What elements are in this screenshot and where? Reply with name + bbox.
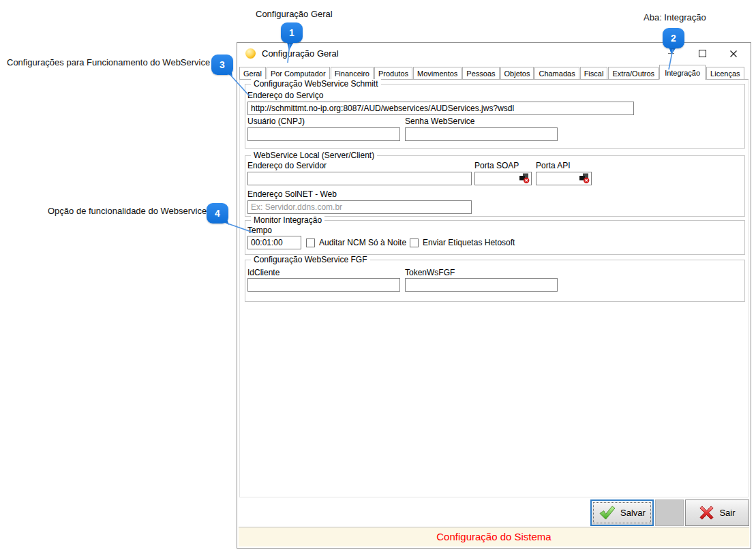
idcliente-input[interactable] bbox=[247, 278, 400, 292]
status-bar: Configuração do Sistema bbox=[239, 527, 749, 547]
tab-content-integracao: Configuração WebService Schmitt Endereço… bbox=[239, 80, 749, 497]
porta-api-label: Porta API bbox=[536, 161, 571, 170]
window-title: Configuração Geral bbox=[262, 48, 339, 59]
app-icon bbox=[245, 48, 256, 59]
endereco-solnet-label: Endereço SolNET - Web bbox=[247, 189, 337, 199]
group-monitor-integracao-title: Monitor Integração bbox=[251, 215, 324, 225]
enviar-etiquetas-label: Enviar Etiquetas Hetosoft bbox=[423, 238, 515, 247]
endereco-servico-input[interactable] bbox=[247, 102, 634, 115]
endereco-servidor-input[interactable] bbox=[247, 172, 472, 185]
callout3-label: Configurações para Funcionamento do WebS… bbox=[7, 57, 210, 67]
callout1-label: Configuração Geral bbox=[256, 9, 333, 19]
tab-integracao[interactable]: Integração bbox=[659, 65, 706, 80]
idcliente-label: IdCliente bbox=[247, 268, 279, 277]
endereco-servidor-label: Endereço do Servidor bbox=[247, 161, 327, 170]
tab-licencas[interactable]: Licenças bbox=[706, 67, 744, 79]
checkbox-icon bbox=[306, 238, 315, 247]
blank-button[interactable] bbox=[655, 499, 684, 526]
sair-label: Sair bbox=[719, 508, 735, 518]
porta-soap-label: Porta SOAP bbox=[474, 161, 519, 170]
salvar-label: Salvar bbox=[620, 508, 646, 518]
tab-por-computador[interactable]: Por Computador bbox=[267, 67, 330, 79]
porta-api-field bbox=[536, 172, 592, 185]
callout4-label: Opção de funcionalidade do Webservice bbox=[48, 206, 207, 216]
port-disconnect-icon bbox=[577, 173, 590, 184]
tab-financeiro[interactable]: Financeiro bbox=[331, 67, 374, 79]
enviar-etiquetas-checkbox[interactable]: Enviar Etiquetas Hetosoft bbox=[410, 237, 515, 248]
group-webservice-schmitt-title: Configuração WebService Schmitt bbox=[251, 79, 381, 89]
help-page: Configuração Geral 1 Aba: Integração 2 C… bbox=[0, 0, 756, 554]
porta-soap-field bbox=[474, 172, 532, 185]
senha-webservice-label: Senha WebService bbox=[405, 117, 475, 126]
checkbox-icon bbox=[410, 238, 419, 247]
endereco-solnet-input[interactable] bbox=[247, 200, 472, 214]
callout2-label: Aba: Integração bbox=[644, 12, 706, 22]
auditar-ncm-checkbox[interactable]: Auditar NCM Só à Noite bbox=[306, 237, 406, 248]
tokenwsfgf-input[interactable] bbox=[405, 278, 558, 292]
senha-webservice-input[interactable] bbox=[405, 127, 558, 141]
group-webservice-fgf-title: Configuração WebService FGF bbox=[251, 255, 370, 264]
tab-geral[interactable]: Geral bbox=[239, 67, 266, 79]
red-cross-icon bbox=[699, 505, 714, 521]
callout2-balloon: 2 bbox=[663, 28, 684, 48]
usuario-cnpj-input[interactable] bbox=[247, 127, 400, 141]
tempo-input[interactable] bbox=[247, 236, 301, 249]
auditar-ncm-label: Auditar NCM Só à Noite bbox=[319, 238, 406, 247]
tab-movimentos[interactable]: Movimentos bbox=[413, 67, 462, 79]
tokenwsfgf-label: TokenWsFGF bbox=[405, 268, 455, 277]
salvar-button[interactable]: Salvar bbox=[590, 499, 654, 526]
configuracao-geral-window: Configuração Geral Geral Por Computador … bbox=[237, 42, 751, 549]
tab-bar: Geral Por Computador Financeiro Produtos… bbox=[239, 64, 749, 80]
group-webservice-local-title: WebService Local (Server/Client) bbox=[251, 151, 377, 160]
callout1-balloon: 1 bbox=[281, 22, 303, 43]
close-icon bbox=[729, 50, 738, 58]
callout3-balloon: 3 bbox=[211, 55, 233, 75]
tab-objetos[interactable]: Objetos bbox=[500, 67, 534, 79]
tab-pessoas[interactable]: Pessoas bbox=[462, 67, 499, 79]
port-disconnect-icon bbox=[517, 173, 530, 184]
maximize-icon bbox=[699, 50, 706, 57]
tab-produtos[interactable]: Produtos bbox=[374, 67, 412, 79]
maximize-button[interactable] bbox=[686, 43, 718, 64]
usuario-cnpj-label: Usuário (CNPJ) bbox=[247, 117, 305, 126]
callout4-balloon: 4 bbox=[207, 203, 228, 224]
close-button[interactable] bbox=[718, 43, 749, 64]
check-icon bbox=[599, 506, 616, 520]
tab-extra-outros[interactable]: Extra/Outros bbox=[608, 67, 659, 79]
tab-chamadas[interactable]: Chamadas bbox=[534, 67, 579, 79]
tab-fiscal[interactable]: Fiscal bbox=[580, 67, 608, 79]
minimize-icon bbox=[668, 53, 674, 54]
endereco-servico-label: Endereço do Serviço bbox=[247, 91, 323, 100]
sair-button[interactable]: Sair bbox=[685, 499, 749, 526]
tempo-label: Tempo bbox=[247, 226, 272, 235]
